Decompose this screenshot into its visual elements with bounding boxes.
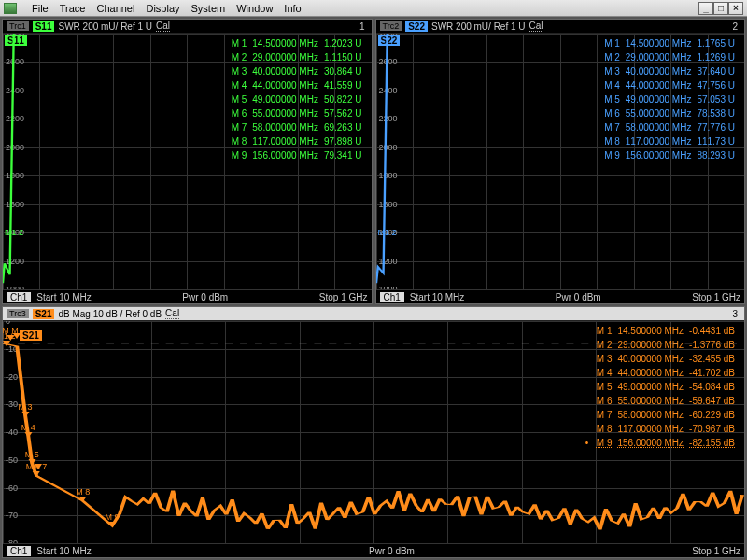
menubar: File Trace Channel Display System Window… <box>0 0 747 17</box>
workarea: Trc1 S11 SWR 200 mU/ Ref 1 U Cal 1 28002… <box>0 17 747 560</box>
channel-label: Ch1 <box>7 292 31 302</box>
marker-indicator[interactable]: M M <box>3 326 19 341</box>
window-buttons: _ □ × <box>698 2 743 15</box>
power-level: Pwr 0 dBm <box>464 292 692 302</box>
panel-s22-mode: SWR 200 mU/ Ref 1 U <box>431 21 526 32</box>
panel-s21-footer: Ch1 Start 10 MHz Pwr 0 dBm Stop 1 GHz <box>3 543 744 557</box>
panel-s22-trno: 2 <box>729 21 740 32</box>
panel-s11-mode: SWR 200 mU/ Ref 1 U <box>58 21 152 32</box>
plot-s21[interactable]: 0-10-20-30-40-50-60-70-80 S21 M 114.5000… <box>3 321 744 543</box>
panel-s11-cal: Cal <box>156 21 170 32</box>
panel-s11-trno: 1 <box>357 21 368 32</box>
panel-s22-cal: Cal <box>529 21 543 32</box>
stop-freq: Stop 1 GHz <box>692 292 740 302</box>
menu-trace[interactable]: Trace <box>60 3 86 14</box>
marker-indicator[interactable]: M 8 <box>76 487 90 502</box>
panel-s21-mode: dB Mag 10 dB / Ref 0 dB <box>58 309 162 319</box>
sparam-s21-badge[interactable]: S21 <box>33 309 55 319</box>
panel-s11[interactable]: Trc1 S11 SWR 200 mU/ Ref 1 U Cal 1 28002… <box>2 19 373 304</box>
panel-s21-trno: 3 <box>729 309 740 319</box>
window-close-button[interactable]: × <box>728 2 743 15</box>
channel-label: Ch1 <box>7 546 31 556</box>
panel-s22-header: Trc2 S22 SWR 200 mU/ Ref 1 U Cal 2 <box>376 20 745 34</box>
stop-freq: Stop 1 GHz <box>692 546 740 556</box>
power-level: Pwr 0 dBm <box>92 546 693 556</box>
window-minimize-button[interactable]: _ <box>698 2 713 15</box>
panel-s21-cal: Cal <box>165 308 179 319</box>
menu-file[interactable]: File <box>32 3 49 14</box>
menu-display[interactable]: Display <box>146 3 179 14</box>
sparam-s11-badge[interactable]: S11 <box>33 21 55 32</box>
marker-indicator[interactable]: M 4 <box>21 423 35 438</box>
panel-s21-header: Trc3 S21 dB Mag 10 dB / Ref 0 dB Cal 3 <box>3 307 744 321</box>
menu-window[interactable]: Window <box>236 3 273 14</box>
plot-s11[interactable]: 2800260024002200200018001600140012001000… <box>3 34 372 289</box>
panel-s11-header: Trc1 S11 SWR 200 mU/ Ref 1 U Cal 1 <box>3 20 372 34</box>
start-freq: Start 10 MHz <box>36 292 91 302</box>
window-maximize-button[interactable]: □ <box>713 2 728 15</box>
panel-s22[interactable]: Trc2 S22 SWR 200 mU/ Ref 1 U Cal 2 28002… <box>375 19 746 304</box>
menu-channel[interactable]: Channel <box>96 3 134 14</box>
app-icon <box>4 3 17 14</box>
power-level: Pwr 0 dBm <box>92 292 319 302</box>
trace-label: Trc3 <box>7 309 29 318</box>
marker-indicator[interactable]: M 3 <box>19 402 33 417</box>
menu-system[interactable]: System <box>191 3 226 14</box>
marker-indicator[interactable] <box>35 464 42 469</box>
trace-label: Trc2 <box>380 21 402 31</box>
channel-label: Ch1 <box>380 292 404 302</box>
marker-indicator[interactable]: M 9 <box>106 512 120 527</box>
start-freq: Start 10 MHz <box>410 292 464 302</box>
plot-s22[interactable]: 2800260024002200200018001600140012001000… <box>376 34 745 289</box>
panel-s22-footer: Ch1 Start 10 MHz Pwr 0 dBm Stop 1 GHz <box>376 289 745 303</box>
panel-s21[interactable]: Trc3 S21 dB Mag 10 dB / Ref 0 dB Cal 3 0… <box>2 306 745 558</box>
panel-s11-footer: Ch1 Start 10 MHz Pwr 0 dBm Stop 1 GHz <box>3 289 372 303</box>
menu-info[interactable]: Info <box>284 3 301 14</box>
stop-freq: Stop 1 GHz <box>319 292 368 302</box>
trace-label: Trc1 <box>7 21 29 31</box>
sparam-s22-badge[interactable]: S22 <box>405 21 428 32</box>
start-freq: Start 10 MHz <box>36 546 91 556</box>
